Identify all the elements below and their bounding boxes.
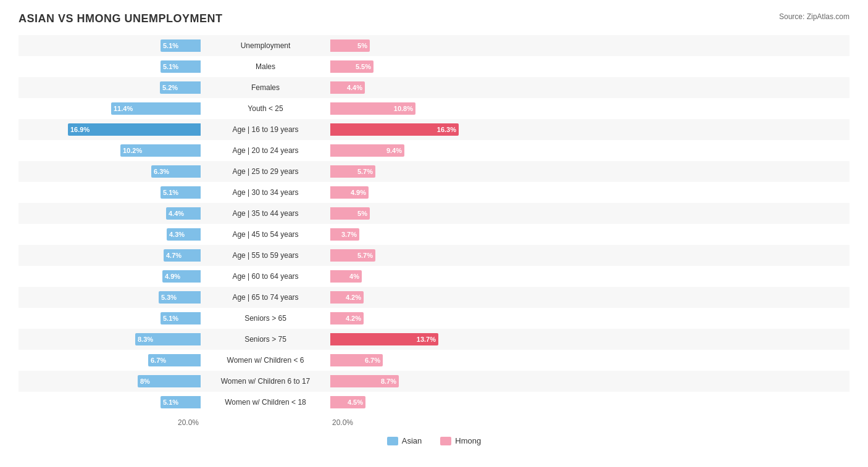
hmong-value-inside: 4.2% <box>343 315 364 322</box>
asian-value-inside: 8% <box>138 378 152 385</box>
table-row: 4.7% Age | 55 to 59 years 5.7% <box>19 245 849 266</box>
row-label: Youth < 25 <box>201 104 330 113</box>
asian-value-inside: 5.3% <box>159 294 179 301</box>
hmong-bar: 4.5% <box>330 396 365 408</box>
rbar-wrap: 10.8% <box>330 102 491 115</box>
main-chart: 5.1% Unemployment 5% 5.1% Males <box>19 35 849 413</box>
asian-bar: 6.3% <box>151 165 201 178</box>
lbar-wrap: 6.3% <box>40 165 201 178</box>
rbar-wrap: 16.3% <box>330 123 491 136</box>
right-val-area: 4.2% <box>330 291 512 304</box>
table-row: 5.1% Seniors > 65 4.2% <box>19 308 849 329</box>
hmong-value-inside: 5% <box>355 210 370 217</box>
right-val-area: 5% <box>330 39 512 52</box>
hmong-bar: 4.2% <box>330 291 364 304</box>
left-val-area: 5.1% <box>19 312 201 324</box>
rbar-wrap: 6.7% <box>330 354 491 366</box>
rbar-wrap: 5% <box>330 39 491 52</box>
row-label: Age | 25 to 29 years <box>201 167 330 176</box>
hmong-value-inside: 10.8% <box>391 105 415 112</box>
table-row: 4.3% Age | 45 to 54 years 3.7% <box>19 224 849 245</box>
asian-value-inside: 6.3% <box>151 168 172 175</box>
asian-value-inside: 5.1% <box>161 42 181 49</box>
rbar-wrap: 4.5% <box>330 396 491 408</box>
right-val-area: 6.7% <box>330 354 512 366</box>
right-val-area: 13.7% <box>330 333 512 345</box>
legend-asian-box <box>387 437 398 445</box>
asian-value-inside: 5.1% <box>161 399 181 406</box>
rbar-wrap: 9.4% <box>330 144 491 157</box>
row-label: Women w/ Children < 18 <box>201 398 330 407</box>
chart-container: ASIAN VS HMONG UNEMPLOYMENT Source: ZipA… <box>0 0 868 464</box>
asian-bar: 4.9% <box>162 270 201 283</box>
right-val-area: 9.4% <box>330 144 512 157</box>
hmong-value-inside: 4.5% <box>345 399 365 406</box>
left-val-area: 5.1% <box>19 396 201 408</box>
right-val-area: 16.3% <box>330 123 512 136</box>
left-val-area: 5.2% <box>19 81 201 94</box>
legend-asian: Asian <box>387 436 422 445</box>
asian-bar: 4.4% <box>166 207 201 220</box>
left-val-area: 16.9% <box>19 123 201 136</box>
hmong-bar: 5.7% <box>330 249 375 262</box>
right-val-area: 5% <box>330 207 512 220</box>
axis-left: 20.0% <box>19 418 204 427</box>
left-val-area: 5.1% <box>19 39 201 52</box>
rbar-wrap: 5% <box>330 207 491 220</box>
row-label: Women w/ Children < 6 <box>201 356 330 365</box>
lbar-wrap: 5.1% <box>40 396 201 408</box>
row-label: Age | 30 to 34 years <box>201 188 330 197</box>
hmong-bar: 16.3% <box>330 123 459 136</box>
rbar-wrap: 5.7% <box>330 165 491 178</box>
table-row: 5.1% Women w/ Children < 18 4.5% <box>19 392 849 413</box>
right-val-area: 4% <box>330 270 512 283</box>
hmong-value-inside: 4.2% <box>343 294 364 301</box>
row-label: Age | 35 to 44 years <box>201 209 330 218</box>
hmong-bar: 13.7% <box>330 333 438 345</box>
left-val-area: 4.4% <box>19 207 201 220</box>
row-label: Age | 55 to 59 years <box>201 251 330 260</box>
asian-bar: 16.9% <box>68 123 201 136</box>
row-label: Women w/ Children 6 to 17 <box>201 377 330 386</box>
left-val-area: 6.7% <box>19 354 201 366</box>
hmong-value-inside: 5% <box>355 42 370 49</box>
left-val-area: 11.4% <box>19 102 201 115</box>
row-label: Seniors > 75 <box>201 335 330 344</box>
lbar-wrap: 4.3% <box>40 228 201 241</box>
hmong-value-inside: 8.7% <box>378 378 399 385</box>
rbar-wrap: 4.2% <box>330 291 491 304</box>
right-val-area: 5.7% <box>330 249 512 262</box>
asian-value-inside: 10.2% <box>120 147 144 154</box>
legend: Asian Hmong <box>19 436 849 445</box>
row-label: Unemployment <box>201 41 330 50</box>
legend-hmong: Hmong <box>440 436 481 445</box>
left-val-area: 10.2% <box>19 144 201 157</box>
asian-bar: 8% <box>138 375 201 387</box>
asian-bar: 5.1% <box>161 186 201 199</box>
table-row: 5.1% Unemployment 5% <box>19 35 849 56</box>
lbar-wrap: 5.1% <box>40 312 201 324</box>
rbar-wrap: 4.4% <box>330 81 491 94</box>
lbar-wrap: 4.7% <box>40 249 201 262</box>
row-label: Females <box>201 83 330 92</box>
rbar-wrap: 8.7% <box>330 375 491 387</box>
asian-value-inside: 4.3% <box>167 231 187 238</box>
asian-bar: 4.7% <box>164 249 201 262</box>
axis-row: 20.0% 20.0% <box>19 415 849 430</box>
hmong-value-inside: 3.7% <box>339 231 359 238</box>
axis-right: 20.0% <box>327 418 512 427</box>
table-row: 6.7% Women w/ Children < 6 6.7% <box>19 350 849 371</box>
rbar-wrap: 4% <box>330 270 491 283</box>
table-row: 11.4% Youth < 25 10.8% <box>19 98 849 119</box>
asian-bar: 5.3% <box>159 291 201 304</box>
hmong-value-inside: 4% <box>347 273 362 280</box>
hmong-bar: 10.8% <box>330 102 415 115</box>
rbar-wrap: 5.7% <box>330 249 491 262</box>
hmong-value-inside: 16.3% <box>435 126 459 133</box>
right-val-area: 8.7% <box>330 375 512 387</box>
hmong-bar: 9.4% <box>330 144 404 157</box>
asian-bar: 5.1% <box>161 312 201 324</box>
lbar-wrap: 16.9% <box>40 123 201 136</box>
hmong-bar: 4.9% <box>330 186 369 199</box>
right-val-area: 4.9% <box>330 186 512 199</box>
